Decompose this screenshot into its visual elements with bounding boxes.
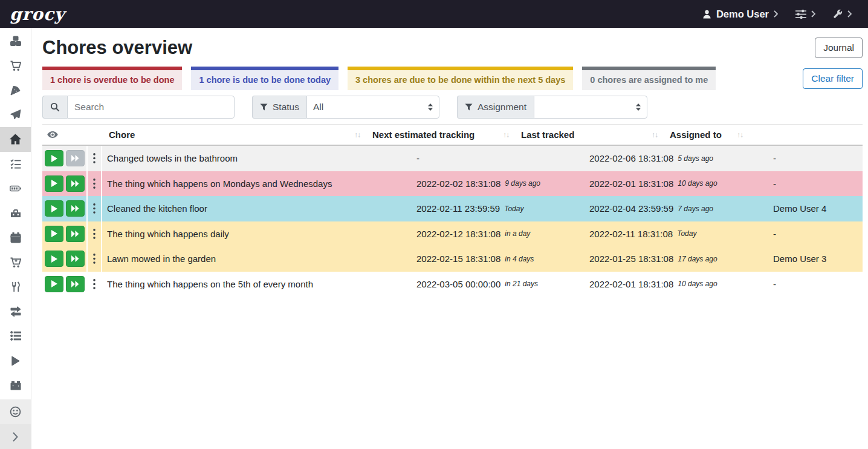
row-menu-button[interactable]	[89, 202, 99, 215]
assignment-select[interactable]	[534, 96, 647, 119]
skip-execution-button[interactable]	[66, 226, 85, 242]
search-addon	[42, 96, 67, 119]
sidebar-expand-button[interactable]	[0, 424, 31, 449]
chore-name-cell: The thing which happens daily	[102, 221, 412, 247]
assignment-filter-label: Assignment	[478, 102, 526, 113]
sidebar-item-inventory[interactable]	[0, 324, 31, 349]
fast-forward-icon	[71, 281, 79, 287]
skip-execution-button[interactable]	[66, 175, 85, 192]
skip-execution-button[interactable]	[66, 251, 85, 267]
home-icon	[10, 134, 21, 145]
next-tracking-cell: 2022-02-12 18:31:08in a day	[412, 221, 585, 247]
battery-icon	[10, 183, 21, 194]
filters-row: Status All Assignment	[42, 96, 863, 119]
column-header-next-tracking[interactable]: Next estimated tracking↑↓	[366, 129, 515, 140]
shopping-cart-icon	[10, 61, 21, 71]
fast-forward-icon	[71, 231, 79, 237]
table-row: Lawn mowed in the garden 2022-02-15 18:3…	[42, 246, 863, 272]
search-input[interactable]	[67, 96, 235, 119]
sidebar-item-calendar[interactable]	[0, 226, 31, 251]
last-tracked-cell: 2022-01-25 18:31:0817 days ago	[585, 246, 768, 272]
chevron-right-icon	[847, 10, 852, 18]
track-execution-button[interactable]	[45, 226, 63, 242]
play-icon	[51, 280, 57, 287]
status-filter-group: Status All	[252, 96, 439, 119]
banner-overdue[interactable]: 1 chore is overdue to be done	[42, 67, 182, 90]
sidebar-item-meal-plan[interactable]	[0, 103, 31, 128]
sidebar-item-equipment[interactable]	[0, 201, 31, 226]
utensils-icon	[10, 281, 21, 292]
boxes-icon	[10, 36, 21, 47]
ellipsis-vertical-icon	[93, 279, 96, 289]
skip-execution-button[interactable]	[66, 276, 85, 292]
status-select[interactable]: All	[306, 96, 439, 119]
clear-filter-button[interactable]: Clear filter	[803, 68, 863, 89]
banner-due-today[interactable]: 1 chore is due to be done today	[191, 67, 338, 90]
chevron-right-icon	[774, 10, 779, 18]
track-execution-button[interactable]	[45, 150, 63, 166]
last-tracked-cell: 2022-02-01 18:31:0810 days ago	[585, 272, 768, 297]
row-menu-button[interactable]	[89, 252, 99, 265]
sidebar-item-smiley[interactable]	[0, 399, 31, 424]
assigned-to-cell: Demo User 4	[768, 196, 863, 221]
assigned-to-cell: -	[768, 221, 863, 247]
row-menu-button[interactable]	[89, 228, 99, 240]
ellipsis-vertical-icon	[93, 254, 96, 264]
smiley-icon	[10, 406, 21, 418]
user-menu-label: Demo User	[716, 8, 769, 20]
sidebar-item-recipes[interactable]	[0, 78, 31, 103]
sidebar-item-stock-overview[interactable]	[0, 29, 31, 54]
display-settings-menu[interactable]	[795, 10, 816, 19]
play-icon	[51, 230, 57, 237]
banner-assigned-to-me[interactable]: 0 chores are assigned to me	[582, 67, 716, 90]
track-execution-button[interactable]	[45, 276, 63, 292]
chevron-right-icon	[13, 432, 18, 442]
fast-forward-icon	[71, 180, 79, 187]
journal-button[interactable]: Journal	[815, 38, 863, 58]
assigned-to-cell: -	[768, 146, 863, 171]
track-execution-button[interactable]	[45, 175, 63, 192]
assigned-to-cell: -	[768, 171, 863, 197]
sort-icon: ↑↓	[503, 131, 509, 139]
sidebar-item-battery-tracking[interactable]	[0, 373, 31, 398]
skip-execution-button[interactable]	[66, 200, 85, 217]
row-menu-button[interactable]	[89, 152, 99, 165]
next-tracking-cell: 2022-02-15 18:31:08in 4 days	[412, 246, 585, 272]
sidebar-item-chores-overview[interactable]	[0, 127, 31, 152]
track-execution-button[interactable]	[45, 251, 63, 267]
sidebar	[0, 28, 31, 449]
sidebar-item-batteries-overview[interactable]	[0, 177, 31, 202]
banner-due-soon[interactable]: 3 chores are due to be done within the n…	[348, 67, 573, 90]
assignment-filter-group: Assignment	[457, 96, 647, 119]
filter-icon	[260, 103, 268, 111]
chore-name-cell: Changed towels in the bathroom	[102, 146, 412, 171]
track-execution-button[interactable]	[45, 200, 63, 217]
car-battery-icon	[10, 380, 21, 391]
sidebar-item-purchase[interactable]	[0, 250, 31, 275]
column-visibility-toggle[interactable]	[42, 131, 103, 138]
play-icon	[51, 255, 57, 263]
assigned-to-cell: Demo User 3	[768, 246, 863, 272]
sidebar-item-chore-tracking[interactable]	[0, 349, 31, 373]
play-icon	[51, 155, 57, 162]
sidebar-item-shopping-list[interactable]	[0, 54, 31, 79]
row-menu-button[interactable]	[89, 278, 99, 290]
sidebar-item-consume[interactable]	[0, 275, 31, 300]
column-header-assigned-to[interactable]: Assigned to↑↓	[664, 129, 749, 140]
chores-table: Chore↑↓ Next estimated tracking↑↓ Last t…	[42, 124, 863, 297]
row-menu-button[interactable]	[89, 177, 99, 190]
sort-icon: ↑↓	[652, 131, 658, 139]
table-row: The thing which happens on the 5th of ev…	[42, 272, 863, 297]
column-header-last-tracked[interactable]: Last tracked↑↓	[515, 129, 664, 140]
admin-menu[interactable]	[833, 9, 852, 19]
sidebar-item-transfer[interactable]	[0, 300, 31, 324]
play-icon	[10, 356, 21, 366]
search-icon	[50, 102, 60, 112]
fast-forward-icon	[71, 155, 79, 162]
sidebar-item-tasks[interactable]	[0, 152, 31, 177]
column-header-chore[interactable]: Chore↑↓	[103, 129, 366, 140]
table-row: Changed towels in the bathroom - 2022-02…	[42, 146, 863, 171]
ellipsis-vertical-icon	[93, 203, 96, 214]
app-logo[interactable]: grocy	[10, 4, 65, 24]
user-menu[interactable]: Demo User	[702, 8, 779, 20]
